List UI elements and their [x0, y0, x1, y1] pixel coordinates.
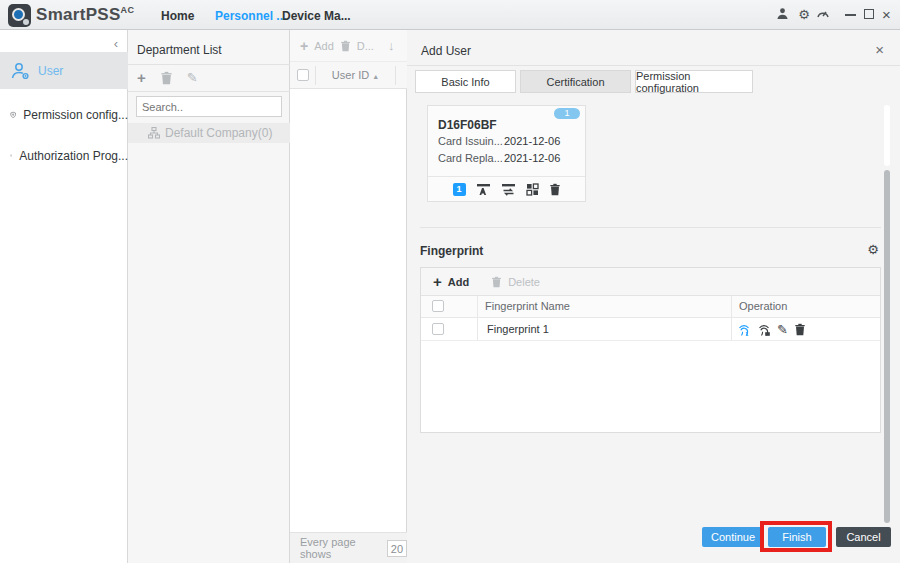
sidebar-item-label: Permission config...: [23, 108, 128, 122]
user-list-header: User ID ▲: [290, 62, 407, 89]
tab-permission-configuration[interactable]: Permission configuration: [635, 70, 753, 93]
lost-card-icon[interactable]: [526, 183, 539, 196]
fingerprint-delete-icon[interactable]: [491, 276, 502, 288]
nav-tab-personnel[interactable]: Personnel ...: [215, 9, 286, 23]
card-number: D16F06BF: [438, 118, 497, 132]
fingerprint-add-icon[interactable]: +: [433, 275, 442, 288]
app-title-suffix: AC: [121, 5, 135, 15]
app-title: SmartPSSAC: [36, 5, 134, 25]
fingerprint-settings-gear-icon[interactable]: ⚙: [867, 242, 879, 257]
fingerprint-row-checkbox[interactable]: [432, 323, 444, 335]
user-list-panel: + Add D... ↓ User ID ▲ Every page shows …: [290, 30, 407, 563]
minimize-button[interactable]: [845, 14, 856, 16]
dialog-title: Add User: [421, 44, 471, 58]
add-department-icon[interactable]: +: [137, 71, 146, 85]
main-card-badge: 1: [453, 183, 466, 196]
smartpss-window: SmartPSSAC Home Personnel ... Device Ma.…: [0, 0, 900, 563]
department-search-input[interactable]: [137, 101, 289, 113]
clock-icon: [10, 146, 12, 165]
scrollbar-track[interactable]: [884, 105, 890, 166]
delete-user-label[interactable]: D...: [357, 40, 374, 52]
card-issue-icon[interactable]: [476, 183, 491, 196]
shield-key-icon: [10, 105, 16, 125]
card-actions: 1: [428, 177, 585, 202]
nav-tab-device[interactable]: Device Ma...: [282, 9, 351, 23]
org-tree-icon: [148, 127, 160, 139]
card-replace-label: Card Repla...: [438, 152, 503, 164]
user-list-toolbar: + Add D... ↓: [290, 30, 407, 62]
finish-highlight-annotation: [760, 521, 832, 552]
account-icon[interactable]: [776, 7, 792, 23]
fingerprint-name-cell: Fingerprint 1: [487, 323, 549, 335]
select-all-checkbox[interactable]: [297, 69, 309, 81]
fingerprint-select-all-checkbox[interactable]: [432, 300, 444, 312]
card-issuing-date: 2021-12-06: [504, 135, 560, 147]
cancel-button[interactable]: Cancel: [836, 527, 891, 547]
page-size-select[interactable]: 20: [387, 540, 407, 557]
sort-ascending-icon: ▲: [372, 73, 379, 80]
card-replace-date: 2021-12-06: [504, 152, 560, 164]
svg-text:1: 1: [745, 331, 748, 337]
continue-button[interactable]: Continue: [702, 527, 764, 547]
sidebar-collapse-icon[interactable]: ‹: [114, 36, 118, 51]
fingerprint-toolbar: + Add Delete: [421, 268, 880, 296]
maximize-button[interactable]: [864, 9, 874, 19]
card-item[interactable]: 1 D16F06BF Card Issuin... 2021-12-06 Car…: [427, 105, 586, 202]
fingerprint-delete-button[interactable]: Delete: [508, 276, 540, 288]
card-replace-icon[interactable]: [501, 183, 516, 196]
fingerprint-row[interactable]: Fingerprint 1 1 ✎: [421, 318, 880, 341]
department-panel-title: Department List: [137, 43, 222, 57]
delete-fingerprint-icon[interactable]: [794, 323, 806, 336]
sidebar-item-label: User: [38, 64, 63, 78]
sidebar: ‹ User Permission config... Aut: [0, 30, 128, 563]
title-bar: SmartPSSAC Home Personnel ... Device Ma.…: [0, 0, 900, 30]
tab-basic-info[interactable]: Basic Info: [415, 70, 516, 93]
dialog-close-icon[interactable]: ×: [875, 41, 884, 58]
card-issuing-label: Card Issuin...: [438, 135, 503, 147]
delete-department-icon[interactable]: [160, 71, 173, 85]
department-panel: Department List + ✎ Default Company(0): [128, 30, 290, 563]
nav-tab-home[interactable]: Home: [161, 9, 194, 23]
close-window-button[interactable]: ×: [882, 5, 891, 25]
delete-card-icon[interactable]: [549, 183, 561, 196]
edit-department-icon[interactable]: ✎: [187, 70, 198, 85]
user-id-column-header[interactable]: User ID ▲: [318, 69, 393, 81]
scrollbar-thumb[interactable]: [884, 170, 890, 523]
app-logo-icon: [8, 4, 31, 27]
pagination-bar: Every page shows 20: [290, 532, 407, 563]
sidebar-item-label: Authorization Prog...: [19, 149, 128, 163]
tree-item-label: Default Company(0): [165, 126, 272, 140]
add-user-dialog: Add User × Basic Info Certification Perm…: [407, 30, 900, 563]
settings-gear-icon[interactable]: ⚙: [796, 7, 812, 23]
edit-fingerprint-icon[interactable]: ✎: [777, 322, 788, 337]
tree-item-default-company[interactable]: Default Company(0): [128, 123, 290, 143]
fingerprint-table-header: Fingerprint Name Operation: [421, 296, 880, 318]
department-toolbar: + ✎: [137, 70, 198, 85]
user-gear-icon: [10, 61, 31, 81]
duress-fingerprint-icon[interactable]: [757, 323, 771, 337]
sidebar-item-permission-config[interactable]: Permission config...: [0, 96, 128, 133]
sidebar-item-authorization-progress[interactable]: Authorization Prog...: [0, 137, 128, 174]
delete-user-icon[interactable]: [340, 40, 351, 52]
operation-column: Operation: [739, 300, 787, 312]
add-user-label[interactable]: Add: [314, 40, 334, 52]
main-fingerprint-icon[interactable]: 1: [737, 323, 751, 337]
performance-gauge-icon[interactable]: [816, 7, 832, 23]
department-search: [136, 96, 282, 117]
fingerprint-operations: 1 ✎: [737, 322, 806, 337]
export-down-arrow-icon[interactable]: ↓: [388, 38, 395, 53]
fingerprint-name-column: Fingerprint Name: [485, 300, 570, 312]
tab-certification[interactable]: Certification: [520, 70, 631, 93]
fingerprint-section-title: Fingerprint: [420, 244, 483, 258]
card-count-badge: 1: [554, 108, 580, 119]
sidebar-item-user[interactable]: User: [0, 52, 128, 89]
fingerprint-add-button[interactable]: Add: [448, 276, 469, 288]
fingerprint-table: + Add Delete Fingerprint Name Operation …: [420, 267, 881, 433]
add-user-icon[interactable]: +: [300, 40, 308, 52]
page-size-label: Every page shows: [300, 536, 381, 560]
